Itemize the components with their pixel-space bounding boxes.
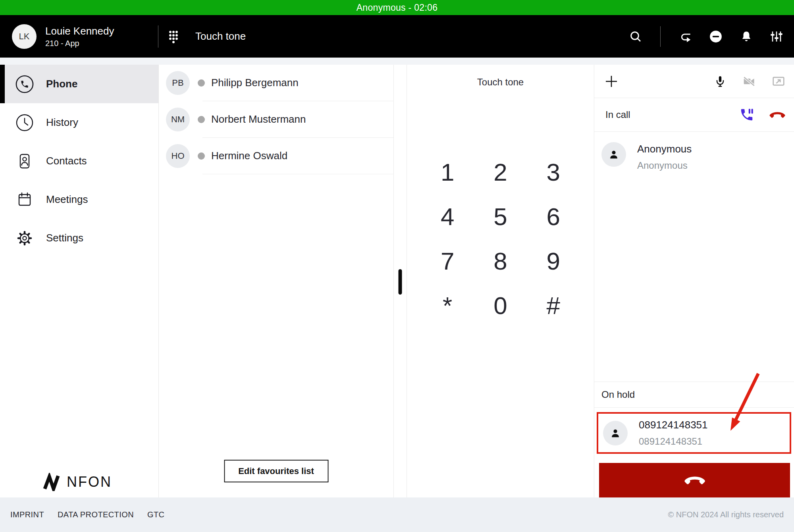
held-caller-name: 089124148351 [639, 419, 708, 431]
end-call-icon[interactable] [769, 111, 786, 119]
resize-drag-handle[interactable] [399, 269, 402, 295]
nfon-logo-text: NFON [67, 474, 112, 490]
dial-key-9[interactable]: 9 [527, 239, 580, 283]
user-info: Louie Kennedy 210 - App [45, 25, 114, 48]
dial-key-star[interactable]: * [421, 283, 474, 328]
avatar-initials: PB [172, 78, 183, 88]
held-caller-number: 089124148351 [639, 436, 708, 447]
header-actions-divider [660, 26, 661, 47]
hang-up-icon [683, 475, 706, 485]
sidebar-item-phone[interactable]: Phone [0, 65, 158, 103]
active-call-status-bar[interactable]: Anonymous - 02:06 [0, 0, 794, 15]
favourites-list: PB Philipp Bergemann NM Norbert Musterma… [159, 65, 394, 497]
screen-share-icon[interactable] [772, 75, 785, 88]
dial-key-0[interactable]: 0 [474, 283, 527, 328]
call-status-text: Anonymous - 02:06 [357, 2, 438, 13]
dial-key-hash[interactable]: # [527, 283, 580, 328]
call-toolbar [594, 65, 794, 98]
app-footer: IMPRINT DATA PROTECTION GTC © NFON 2024 … [0, 497, 794, 532]
avatar: NM [166, 108, 190, 131]
contact-name: Philipp Bergemann [211, 77, 299, 89]
avatar-initials: LK [19, 31, 30, 42]
sidebar-nav: Phone History Contacts [0, 65, 159, 497]
caller-name: Anonymous [637, 143, 692, 155]
search-icon[interactable] [629, 30, 642, 43]
dial-key-1[interactable]: 1 [421, 150, 474, 194]
on-hold-party-highlighted[interactable]: 089124148351 089124148351 [597, 412, 791, 454]
active-call-panel: In call [594, 65, 794, 497]
contact-name: Norbert Mustermann [211, 113, 306, 125]
sidebar-item-settings[interactable]: Settings [0, 219, 158, 257]
dial-key-8[interactable]: 8 [474, 239, 527, 283]
phone-icon [15, 75, 34, 94]
header-divider [158, 25, 158, 48]
person-icon [609, 427, 622, 439]
camera-off-icon[interactable] [742, 75, 756, 88]
section-divider [594, 407, 794, 408]
sidebar-item-label: Phone [46, 78, 77, 90]
avatar: PB [166, 71, 190, 95]
call-forward-icon[interactable] [679, 30, 692, 43]
add-call-icon[interactable] [605, 75, 618, 88]
page-title: Touch tone [195, 15, 246, 58]
settings-gear-icon [15, 229, 34, 248]
copyright-text: © NFON 2024 All rights reserved [668, 510, 794, 519]
content-top-strip [0, 58, 794, 65]
presence-dot [198, 79, 205, 87]
footer-link-gtc[interactable]: GTC [147, 510, 164, 519]
sidebar-item-label: Settings [46, 232, 83, 244]
avatar-initials: HO [172, 151, 185, 161]
do-not-disturb-icon[interactable] [709, 30, 723, 43]
nfon-logo-mark [43, 473, 61, 491]
user-extension: 210 - App [45, 39, 114, 48]
on-hold-label: On hold [601, 389, 635, 400]
contacts-card-icon [15, 152, 34, 171]
dialpad-icon [168, 30, 179, 45]
nfon-logo: NFON [43, 473, 112, 491]
presence-dot [198, 116, 205, 123]
footer-link-data-protection[interactable]: DATA PROTECTION [58, 510, 134, 519]
sidebar-item-label: Contacts [46, 155, 87, 167]
favourite-contact-row[interactable]: NM Norbert Mustermann [159, 101, 393, 137]
contact-name: Hermine Oswald [211, 150, 287, 162]
hold-call-icon[interactable] [739, 107, 754, 122]
sidebar-item-label: History [46, 116, 78, 129]
dial-key-4[interactable]: 4 [421, 194, 474, 239]
settings-sliders-icon[interactable] [770, 30, 783, 43]
dial-key-5[interactable]: 5 [474, 194, 527, 239]
avatar: HO [166, 144, 190, 168]
edit-favourites-button[interactable]: Edit favourites list [224, 460, 328, 482]
history-clock-icon [15, 113, 34, 132]
avatar-initials: NM [171, 114, 185, 125]
column-resize-gutter [394, 65, 407, 497]
dial-key-2[interactable]: 2 [474, 150, 527, 194]
hang-up-button[interactable] [599, 463, 790, 497]
sidebar-item-contacts[interactable]: Contacts [0, 142, 158, 180]
microphone-icon[interactable] [714, 75, 727, 88]
dial-key-6[interactable]: 6 [527, 194, 580, 239]
sidebar-item-label: Meetings [46, 193, 88, 206]
in-call-party[interactable]: Anonymous Anonymous [594, 132, 794, 171]
in-call-label: In call [605, 109, 739, 120]
caller-avatar [603, 421, 628, 445]
dial-key-3[interactable]: 3 [527, 150, 580, 194]
list-divider [202, 174, 393, 174]
on-hold-section-header: On hold [594, 382, 794, 407]
user-profile[interactable]: LK Louie Kennedy 210 - App [12, 15, 114, 58]
caller-number: Anonymous [637, 160, 692, 171]
sidebar-item-history[interactable]: History [0, 103, 158, 142]
avatar: LK [12, 24, 37, 49]
dial-keypad: 1 2 3 4 5 6 7 8 9 * 0 # [421, 150, 580, 328]
meetings-calendar-icon [15, 190, 34, 209]
in-call-section-header: In call [594, 98, 794, 132]
touch-tone-panel: Touch tone 1 2 3 4 5 6 7 8 9 * 0 # [407, 65, 594, 497]
dial-key-7[interactable]: 7 [421, 239, 474, 283]
touch-tone-title: Touch tone [407, 77, 594, 88]
sidebar-item-meetings[interactable]: Meetings [0, 180, 158, 219]
favourite-contact-row[interactable]: PB Philipp Bergemann [159, 65, 393, 101]
favourite-contact-row[interactable]: HO Hermine Oswald [159, 138, 393, 174]
footer-link-imprint[interactable]: IMPRINT [10, 510, 44, 519]
user-name: Louie Kennedy [45, 25, 114, 38]
app-header: LK Louie Kennedy 210 - App Touch tone [0, 15, 794, 58]
notifications-bell-icon[interactable] [740, 30, 753, 43]
